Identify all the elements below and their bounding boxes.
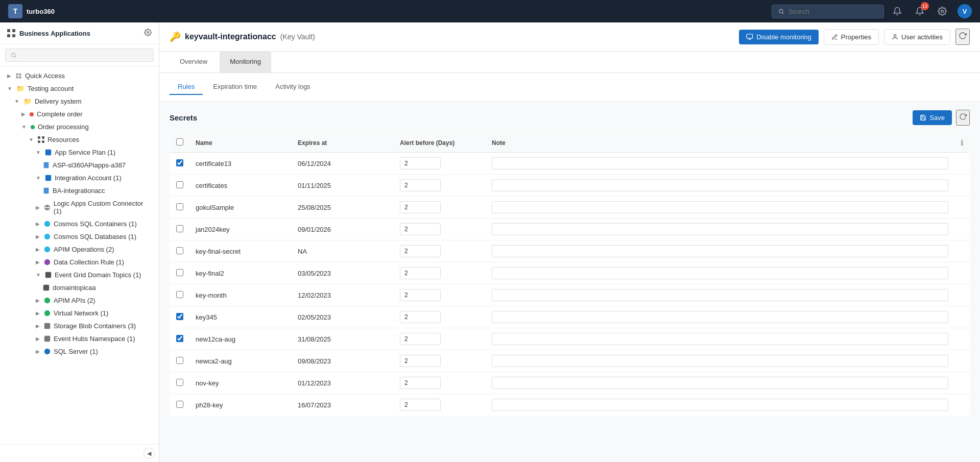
refresh-button[interactable] xyxy=(955,29,970,45)
note-input[interactable] xyxy=(492,377,948,389)
sidebar-item-sql-server[interactable]: ▶ SQL Server (1) xyxy=(0,345,159,358)
sidebar-item-complete-order[interactable]: ▶ Complete order xyxy=(0,108,159,120)
row-checkbox[interactable] xyxy=(176,379,183,386)
note-input[interactable] xyxy=(492,355,948,367)
alert-days-input[interactable] xyxy=(400,399,441,411)
inner-tab-rules[interactable]: Rules xyxy=(170,79,203,95)
sidebar-item-apim-operations[interactable]: ▶ APIM Operations (2) xyxy=(0,243,159,256)
row-checkbox[interactable] xyxy=(176,181,183,188)
notifications-icon[interactable]: 13 xyxy=(913,4,927,18)
note-input[interactable] xyxy=(492,223,948,235)
sidebar-item-testing-account[interactable]: ▼ 📁 Testing account xyxy=(0,82,159,95)
properties-button[interactable]: Properties xyxy=(824,29,879,45)
app-logo[interactable]: T turbo360 xyxy=(8,4,55,18)
sidebar-item-data-collection-rule[interactable]: ▶ Data Collection Rule (1) xyxy=(0,256,159,269)
row-checkbox[interactable] xyxy=(176,269,183,276)
row-name: key-month xyxy=(189,284,292,306)
sidebar-collapse-button[interactable]: ◀ xyxy=(144,448,155,459)
alert-days-input[interactable] xyxy=(400,201,441,213)
alert-days-input[interactable] xyxy=(400,311,441,323)
sidebar-item-event-hubs[interactable]: ▶ Event Hubs Namespace (1) xyxy=(0,332,159,345)
sidebar-settings-icon[interactable] xyxy=(144,29,152,38)
chevron-right-icon: ▶ xyxy=(36,349,40,354)
row-checkbox[interactable] xyxy=(176,335,183,342)
sidebar-item-integration-account[interactable]: ▼ Integration Account (1) xyxy=(0,172,159,184)
sidebar-item-resources[interactable]: ▼ Resources xyxy=(0,133,159,146)
sidebar-item-logic-apps-connector[interactable]: ▶ Logic Apps Custom Connector (1) xyxy=(0,197,159,217)
alert-days-input[interactable] xyxy=(400,245,441,257)
sidebar-item-order-processing[interactable]: ▼ Order processing xyxy=(0,120,159,133)
sidebar-search-box[interactable] xyxy=(5,48,154,62)
row-note xyxy=(486,306,954,328)
row-name: key-final2 xyxy=(189,262,292,284)
row-info xyxy=(954,372,970,394)
note-input[interactable] xyxy=(492,289,948,301)
note-input[interactable] xyxy=(492,245,948,257)
table-refresh-button[interactable] xyxy=(956,110,970,126)
row-checkbox[interactable] xyxy=(176,357,183,364)
inner-tab-expiration-time[interactable]: Expiration time xyxy=(205,79,265,95)
row-checkbox[interactable] xyxy=(176,313,183,320)
tab-monitoring[interactable]: Monitoring xyxy=(220,52,271,72)
row-checkbox[interactable] xyxy=(176,247,183,254)
inner-tab-activity-logs[interactable]: Activity logs xyxy=(267,79,319,95)
note-input[interactable] xyxy=(492,311,948,323)
alert-days-input[interactable] xyxy=(400,377,441,389)
row-checkbox[interactable] xyxy=(176,401,183,408)
row-checkbox[interactable] xyxy=(176,203,183,210)
announcements-icon[interactable] xyxy=(890,4,904,18)
save-button[interactable]: Save xyxy=(913,110,952,125)
sidebar-item-label: SQL Server (1) xyxy=(54,348,98,355)
user-activities-icon xyxy=(892,34,898,40)
sidebar-item-apim-apis[interactable]: ▶ APIM APIs (2) xyxy=(0,294,159,307)
sidebar-item-label: Event Grid Domain Topics (1) xyxy=(55,271,141,279)
disable-monitoring-button[interactable]: Disable monitoring xyxy=(739,30,819,44)
alert-days-input[interactable] xyxy=(400,223,441,235)
sidebar-item-cosmos-sql-databases[interactable]: ▶ Cosmos SQL Databases (1) xyxy=(0,230,159,243)
alert-days-input[interactable] xyxy=(400,333,441,345)
row-checkbox[interactable] xyxy=(176,159,183,166)
alert-days-input[interactable] xyxy=(400,179,441,191)
svg-rect-11 xyxy=(42,136,44,139)
note-input[interactable] xyxy=(492,179,948,191)
search-bar[interactable] xyxy=(772,5,884,18)
settings-icon[interactable] xyxy=(935,4,949,18)
tab-overview[interactable]: Overview xyxy=(170,52,218,72)
row-checkbox[interactable] xyxy=(176,225,183,232)
chevron-right-icon: ▶ xyxy=(7,73,11,79)
sidebar-item-asp[interactable]: ASP-sl360APiapps-a387 xyxy=(0,159,159,172)
note-input[interactable] xyxy=(492,157,948,169)
sidebar-item-cosmos-sql-containers[interactable]: ▶ Cosmos SQL Containers (1) xyxy=(0,217,159,230)
user-activities-button[interactable]: User activities xyxy=(884,29,950,45)
note-input[interactable] xyxy=(492,201,948,213)
sidebar-item-virtual-network[interactable]: ▶ Virtual Network (1) xyxy=(0,307,159,320)
row-info xyxy=(954,284,970,306)
sidebar-item-quick-access[interactable]: ▶ Quick Access xyxy=(0,69,159,82)
table-row: ph28-key 16/07/2023 xyxy=(170,394,970,416)
sidebar-item-ba-integration[interactable]: BA-integrationacc xyxy=(0,184,159,197)
sidebar-item-label: Resources xyxy=(47,136,79,143)
secrets-table: Name Expires at Alert before (Days) Note… xyxy=(170,133,970,416)
table-row: new12ca-aug 31/08/2025 xyxy=(170,328,970,350)
sidebar-item-domaintopicaa[interactable]: domaintopicaa xyxy=(0,281,159,294)
alert-days-input[interactable] xyxy=(400,289,441,301)
sidebar-item-app-service-plan[interactable]: ▼ App Service Plan (1) xyxy=(0,146,159,159)
chevron-right-icon: ▶ xyxy=(36,205,40,210)
select-all-checkbox[interactable] xyxy=(176,138,183,145)
sidebar-item-label: Integration Account (1) xyxy=(55,174,122,182)
alert-days-input[interactable] xyxy=(400,355,441,367)
user-avatar[interactable]: V xyxy=(958,4,972,18)
alert-days-input[interactable] xyxy=(400,157,441,169)
sidebar-item-event-grid[interactable]: ▼ Event Grid Domain Topics (1) xyxy=(0,269,159,281)
alert-days-input[interactable] xyxy=(400,267,441,279)
search-input[interactable] xyxy=(788,8,877,15)
svg-point-20 xyxy=(48,206,50,208)
note-input[interactable] xyxy=(492,267,948,279)
row-checkbox[interactable] xyxy=(176,291,183,298)
sidebar-item-storage-blob[interactable]: ▶ Storage Blob Containers (3) xyxy=(0,320,159,332)
note-input[interactable] xyxy=(492,333,948,345)
note-input[interactable] xyxy=(492,399,948,411)
sidebar-search-input[interactable] xyxy=(19,52,148,59)
sidebar-item-delivery-system[interactable]: ▼ 📁 Delivery system xyxy=(0,95,159,108)
app-name: turbo360 xyxy=(27,8,55,15)
